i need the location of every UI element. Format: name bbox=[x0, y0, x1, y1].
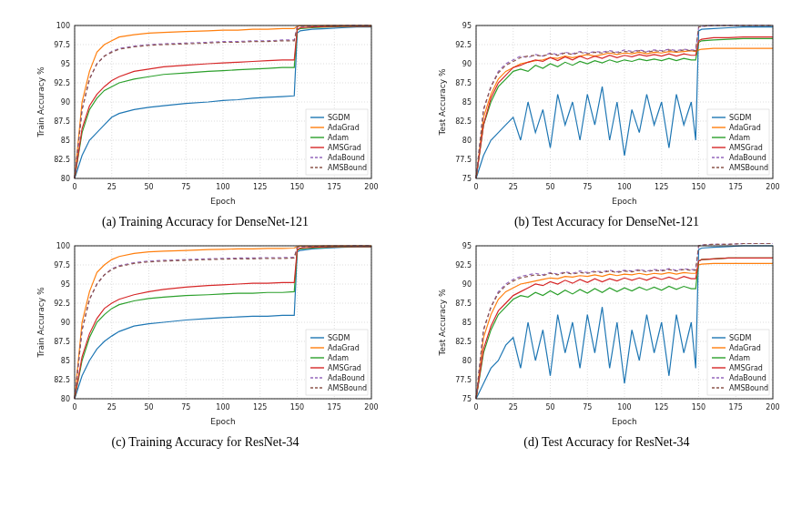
svg-text:75: 75 bbox=[583, 403, 592, 411]
y-axis-label: Test Accuracy % bbox=[438, 68, 447, 137]
svg-text:50: 50 bbox=[545, 403, 554, 411]
svg-text:125: 125 bbox=[655, 183, 668, 191]
svg-text:90: 90 bbox=[462, 280, 471, 289]
chart-a: 02550751001251501752008082.58587.59092.5… bbox=[33, 18, 379, 209]
svg-text:85: 85 bbox=[462, 319, 471, 327]
legend-item-adabound: AdaBound bbox=[328, 154, 365, 162]
subplot-b: 02550751001251501752007577.58082.58587.5… bbox=[420, 18, 794, 229]
svg-text:125: 125 bbox=[253, 183, 267, 191]
legend-item-amsgrad: AMSGrad bbox=[729, 144, 763, 152]
svg-text:92.5: 92.5 bbox=[455, 261, 472, 269]
svg-text:0: 0 bbox=[473, 183, 478, 191]
legend-item-amsgrad: AMSGrad bbox=[729, 364, 763, 372]
svg-text:97.5: 97.5 bbox=[54, 261, 70, 269]
svg-text:150: 150 bbox=[289, 183, 303, 191]
x-axis-label: Epoch bbox=[612, 417, 637, 426]
legend-item-adam: Adam bbox=[729, 134, 750, 142]
svg-text:90: 90 bbox=[60, 319, 69, 327]
caption-d: (d) Test Accuracy for ResNet-34 bbox=[523, 435, 689, 450]
svg-text:85: 85 bbox=[462, 98, 471, 107]
subplot-a: 02550751001251501752008082.58587.59092.5… bbox=[18, 18, 392, 229]
legend-item-amsbound: AMSBound bbox=[328, 384, 367, 392]
svg-text:200: 200 bbox=[364, 183, 378, 191]
svg-text:82.5: 82.5 bbox=[455, 338, 472, 346]
svg-text:80: 80 bbox=[462, 137, 471, 145]
legend-item-adam: Adam bbox=[328, 134, 349, 142]
legend-item-amsbound: AMSBound bbox=[729, 384, 768, 392]
chart-b: 02550751001251501752007577.58082.58587.5… bbox=[434, 18, 780, 209]
svg-text:77.5: 77.5 bbox=[455, 376, 472, 384]
legend-item-adabound: AdaBound bbox=[729, 154, 766, 162]
svg-text:82.5: 82.5 bbox=[455, 117, 472, 126]
svg-text:100: 100 bbox=[617, 403, 631, 411]
svg-text:25: 25 bbox=[107, 403, 116, 411]
svg-text:150: 150 bbox=[289, 403, 303, 411]
svg-text:75: 75 bbox=[583, 183, 592, 191]
svg-text:80: 80 bbox=[462, 357, 471, 365]
legend-item-adagrad: AdaGrad bbox=[328, 124, 360, 132]
svg-text:150: 150 bbox=[691, 183, 705, 191]
svg-text:85: 85 bbox=[60, 137, 69, 145]
svg-text:82.5: 82.5 bbox=[54, 156, 70, 164]
svg-text:87.5: 87.5 bbox=[455, 79, 472, 87]
svg-text:82.5: 82.5 bbox=[54, 376, 70, 384]
svg-text:150: 150 bbox=[691, 403, 705, 411]
svg-text:100: 100 bbox=[56, 242, 69, 250]
svg-text:80: 80 bbox=[60, 395, 69, 403]
caption-c: (c) Training Accuracy for ResNet-34 bbox=[111, 435, 299, 450]
svg-text:50: 50 bbox=[144, 183, 153, 191]
svg-text:90: 90 bbox=[60, 98, 69, 107]
legend-item-sgdm: SGDM bbox=[729, 114, 751, 122]
svg-text:100: 100 bbox=[216, 403, 229, 411]
svg-text:100: 100 bbox=[617, 183, 631, 191]
chart-c: 02550751001251501752008082.58587.59092.5… bbox=[33, 239, 379, 430]
svg-text:25: 25 bbox=[508, 183, 517, 191]
svg-text:80: 80 bbox=[60, 175, 69, 183]
svg-text:175: 175 bbox=[327, 403, 340, 411]
figure-grid: 02550751001251501752008082.58587.59092.5… bbox=[18, 18, 794, 450]
subplot-d: 02550751001251501752007577.58082.58587.5… bbox=[420, 239, 794, 450]
svg-text:0: 0 bbox=[473, 403, 478, 411]
svg-text:25: 25 bbox=[107, 183, 116, 191]
legend-item-adagrad: AdaGrad bbox=[729, 124, 761, 132]
svg-text:175: 175 bbox=[728, 403, 742, 411]
svg-text:87.5: 87.5 bbox=[54, 117, 70, 126]
svg-text:90: 90 bbox=[462, 60, 471, 68]
legend-item-sgdm: SGDM bbox=[729, 334, 751, 342]
legend-item-adam: Adam bbox=[328, 354, 349, 362]
x-axis-label: Epoch bbox=[612, 197, 637, 206]
svg-text:100: 100 bbox=[56, 22, 69, 30]
svg-text:75: 75 bbox=[462, 395, 471, 403]
y-axis-label: Train Accuracy % bbox=[36, 287, 46, 358]
svg-text:92.5: 92.5 bbox=[54, 300, 70, 308]
svg-text:92.5: 92.5 bbox=[54, 79, 70, 87]
svg-text:50: 50 bbox=[144, 403, 153, 411]
legend: SGDMAdaGradAdamAMSGradAdaBoundAMSBound bbox=[306, 109, 368, 175]
legend: SGDMAdaGradAdamAMSGradAdaBoundAMSBound bbox=[306, 330, 368, 395]
svg-text:0: 0 bbox=[72, 183, 76, 191]
legend-item-adabound: AdaBound bbox=[328, 374, 365, 382]
legend-item-sgdm: SGDM bbox=[328, 334, 350, 342]
svg-text:175: 175 bbox=[327, 183, 340, 191]
caption-b: (b) Test Accuracy for DenseNet-121 bbox=[514, 215, 699, 229]
svg-text:95: 95 bbox=[60, 280, 69, 289]
svg-text:85: 85 bbox=[60, 357, 69, 365]
y-axis-label: Train Accuracy % bbox=[36, 66, 46, 137]
svg-text:50: 50 bbox=[545, 183, 554, 191]
legend-item-amsbound: AMSBound bbox=[328, 164, 367, 172]
legend: SGDMAdaGradAdamAMSGradAdaBoundAMSBound bbox=[707, 330, 769, 395]
svg-text:92.5: 92.5 bbox=[455, 41, 472, 49]
svg-text:175: 175 bbox=[728, 183, 742, 191]
subplot-c: 02550751001251501752008082.58587.59092.5… bbox=[18, 239, 392, 450]
svg-text:200: 200 bbox=[766, 183, 779, 191]
chart-d: 02550751001251501752007577.58082.58587.5… bbox=[434, 239, 780, 430]
svg-text:200: 200 bbox=[364, 403, 378, 411]
svg-text:87.5: 87.5 bbox=[54, 338, 70, 346]
legend-item-adabound: AdaBound bbox=[729, 374, 766, 382]
legend-item-amsgrad: AMSGrad bbox=[328, 364, 361, 372]
legend-item-amsgrad: AMSGrad bbox=[328, 144, 361, 152]
y-axis-label: Test Accuracy % bbox=[438, 289, 447, 357]
svg-text:87.5: 87.5 bbox=[455, 300, 472, 308]
svg-text:77.5: 77.5 bbox=[455, 156, 472, 164]
legend-item-adam: Adam bbox=[729, 354, 750, 362]
